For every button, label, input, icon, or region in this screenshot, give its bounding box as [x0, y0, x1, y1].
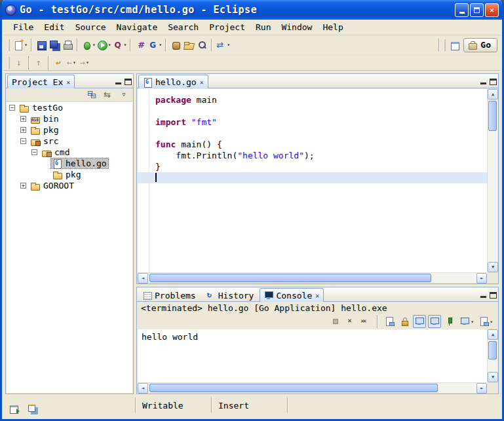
run-button[interactable]: ▾	[96, 37, 112, 53]
forward-button[interactable]: →▾	[78, 55, 91, 71]
tree-node-cmd[interactable]: −cmd	[7, 147, 132, 158]
tree-node-bin[interactable]: +bin	[7, 113, 132, 124]
scroll-thumb[interactable]	[149, 384, 438, 392]
save-button[interactable]	[35, 37, 48, 53]
explorer-minimize-button[interactable]	[115, 79, 123, 85]
close-button[interactable]: ✕	[485, 3, 499, 17]
link-with-editor-button[interactable]	[102, 87, 115, 103]
previous-annotation-button[interactable]: ↑	[32, 55, 45, 71]
next-annotation-button[interactable]: ↓	[12, 55, 26, 71]
open-type-button[interactable]	[169, 37, 182, 53]
terminate-button[interactable]	[329, 315, 342, 328]
tab-problems[interactable]: Problems	[138, 288, 201, 302]
code-line[interactable]: fmt.Println("hello world");	[138, 150, 487, 161]
console-horizontal-scrollbar[interactable]: ◄ ►	[138, 382, 487, 393]
dropdown-arrow-icon[interactable]: ▾	[108, 42, 111, 48]
menu-source[interactable]: Source	[70, 20, 111, 34]
menu-help[interactable]: Help	[317, 20, 348, 34]
collapse-icon[interactable]: −	[31, 149, 37, 155]
console-vertical-scrollbar[interactable]: ▲ ▼	[487, 329, 497, 382]
open-resource-button[interactable]	[182, 37, 195, 53]
code-line[interactable]	[138, 128, 487, 139]
dropdown-arrow-icon[interactable]: ▾	[73, 60, 76, 65]
dropdown-arrow-icon[interactable]: ▾	[159, 42, 162, 48]
tab-hello-go[interactable]: hello.go ✕	[138, 75, 208, 88]
dropdown-arrow-icon[interactable]: ▾	[471, 319, 474, 325]
tree-node-pkg[interactable]: pkg	[7, 169, 132, 180]
toolbar-grip[interactable]	[8, 39, 10, 51]
maximize-button[interactable]	[470, 3, 484, 17]
open-perspective-button[interactable]	[448, 37, 461, 53]
menu-run[interactable]: Run	[250, 20, 276, 34]
scroll-thumb[interactable]	[488, 101, 497, 131]
editor-body[interactable]: package mainimport "fmt"func main() { fm…	[138, 89, 497, 283]
editor-vertical-scrollbar[interactable]: ▲ ▼	[487, 89, 497, 272]
close-console-tab-button[interactable]: ✕	[315, 292, 319, 299]
tree-node-testgo[interactable]: −testGo	[7, 102, 132, 113]
print-button[interactable]	[61, 37, 74, 53]
tree-node-hello-go[interactable]: hello.go	[7, 158, 132, 169]
pin-console-button[interactable]	[443, 315, 456, 328]
menu-edit[interactable]: Edit	[39, 20, 69, 34]
last-edit-location-button[interactable]: ↩	[52, 55, 65, 71]
menu-search[interactable]: Search	[163, 20, 204, 34]
menu-navigate[interactable]: Navigate	[111, 20, 163, 34]
tab-project-explorer[interactable]: Project Ex ✕	[7, 75, 75, 88]
editor-maximize-button[interactable]	[490, 79, 497, 85]
console-body[interactable]: hello world ▲ ▼ ◄ ►	[138, 329, 497, 393]
scroll-lock-button[interactable]	[398, 315, 411, 328]
back-button[interactable]: ←▾	[65, 55, 78, 71]
external-tools-button[interactable]: ▾	[111, 37, 127, 53]
scroll-up-button[interactable]: ▲	[488, 89, 498, 100]
dropdown-arrow-icon[interactable]: ▾	[92, 42, 96, 48]
collapse-icon[interactable]: −	[9, 105, 15, 111]
code-line[interactable]: }	[138, 161, 487, 172]
code-line[interactable]: import "fmt"	[138, 117, 487, 128]
close-editor-tab-button[interactable]: ✕	[200, 79, 204, 86]
new-go-app-button[interactable]	[134, 37, 147, 53]
tree-node-goroot[interactable]: +GOROOT	[7, 180, 132, 191]
titlebar[interactable]: Go - testGo/src/cmd/hello.go - Eclipse ✕	[2, 0, 502, 20]
view-menu-button[interactable]: ▽	[117, 87, 130, 103]
open-console-button[interactable]: ▾	[477, 315, 494, 328]
toolbar-grip[interactable]	[8, 57, 10, 69]
editor-horizontal-scrollbar[interactable]: ◄ ►	[138, 272, 487, 283]
menu-file[interactable]: File	[8, 20, 39, 34]
code-line[interactable]	[138, 172, 487, 183]
dropdown-arrow-icon[interactable]: ▾	[86, 60, 89, 65]
new-wizard-button[interactable]: ▾	[12, 37, 28, 53]
scroll-down-button[interactable]: ▼	[488, 372, 498, 382]
tab-history[interactable]: History	[202, 288, 259, 302]
scroll-left-button[interactable]: ◄	[138, 383, 148, 394]
remove-all-launches-button[interactable]	[359, 315, 372, 328]
tree-node-src[interactable]: −src	[7, 136, 132, 147]
code-area[interactable]: package mainimport "fmt"func main() { fm…	[138, 89, 487, 272]
scroll-left-button[interactable]: ◄	[138, 273, 148, 284]
scroll-thumb[interactable]	[488, 341, 497, 359]
code-line[interactable]: package main	[138, 94, 487, 105]
collapse-all-button[interactable]	[86, 87, 99, 103]
tab-console[interactable]: Console✕	[260, 288, 324, 302]
expand-icon[interactable]: +	[20, 183, 26, 189]
save-all-button[interactable]	[48, 37, 61, 53]
debug-button[interactable]: ▾	[81, 37, 96, 53]
dropdown-arrow-icon[interactable]: ▾	[490, 319, 493, 325]
show-stdout-toggle[interactable]	[413, 315, 426, 328]
scroll-down-button[interactable]: ▼	[488, 262, 498, 272]
expand-icon[interactable]: +	[20, 127, 26, 133]
scroll-right-button[interactable]: ►	[476, 273, 487, 284]
show-view-button[interactable]	[26, 401, 39, 416]
team-sync-button[interactable]: ▾	[215, 37, 231, 53]
scroll-right-button[interactable]: ►	[476, 383, 487, 394]
scroll-up-button[interactable]: ▲	[488, 329, 498, 340]
explorer-maximize-button[interactable]	[125, 79, 132, 85]
menu-project[interactable]: Project	[204, 20, 250, 34]
collapse-icon[interactable]: −	[20, 138, 26, 144]
console-minimize-button[interactable]	[480, 292, 488, 299]
expand-icon[interactable]: +	[20, 116, 26, 122]
clear-console-button[interactable]	[383, 315, 396, 328]
show-stderr-toggle[interactable]	[428, 315, 441, 328]
toolbar-grip[interactable]	[444, 39, 446, 51]
dropdown-arrow-icon[interactable]: ▾	[227, 42, 230, 48]
close-explorer-tab-button[interactable]: ✕	[66, 79, 70, 86]
